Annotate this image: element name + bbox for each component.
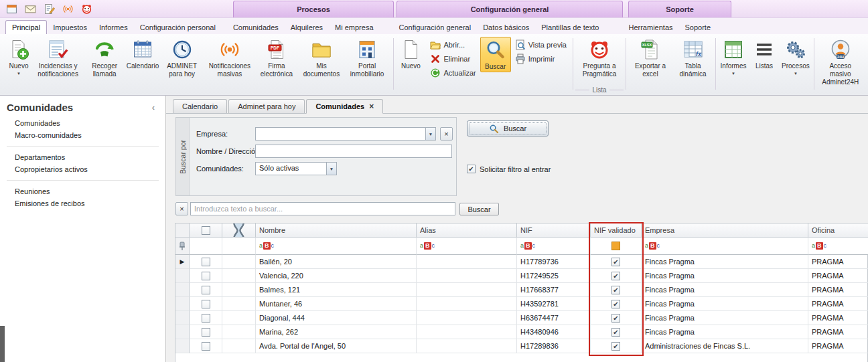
clear-empresa-button[interactable]: × — [440, 127, 453, 141]
app-window-icon-button[interactable] — [4, 1, 19, 16]
document-tab-adminet-para-hoy[interactable]: Adminet para hoy — [228, 99, 305, 113]
ribbon-tab-principal[interactable]: Principal — [5, 20, 47, 35]
abc-filter-type-icon[interactable]: aBc — [259, 242, 274, 250]
chevron-down-icon[interactable]: ▼ — [326, 163, 336, 175]
exportar-a-excel-button[interactable]: XLSXExportar a excel — [628, 37, 672, 79]
column-header-oficina[interactable]: Oficina — [808, 223, 868, 238]
collapsed-panel-strip[interactable] — [0, 326, 5, 362]
unchecked-checkbox[interactable] — [202, 272, 210, 280]
nuevo-button[interactable]: Nuevo — [395, 37, 426, 71]
cell-nif-validado[interactable]: ✔ — [591, 297, 642, 311]
broadcast-icon-button[interactable] — [60, 1, 75, 16]
chevron-down-icon[interactable]: ▼ — [425, 128, 435, 140]
checked-checkbox[interactable]: ✔ — [611, 314, 620, 323]
table-row[interactable]: Muntaner, 46H43592781✔Fincas PragmaPRAGM… — [175, 297, 867, 311]
unchecked-checkbox[interactable] — [202, 342, 210, 351]
table-row[interactable]: ▶Bailén, 20H17789736✔Fincas PragmaPRAGMA — [175, 255, 867, 269]
search-input[interactable] — [190, 202, 455, 215]
checked-checkbox[interactable]: ✔ — [611, 258, 620, 266]
solicitar-filtro-checkbox[interactable]: ✔ Solicitar filtro al entrar — [467, 165, 551, 173]
unchecked-checkbox[interactable] — [202, 328, 210, 337]
sidebar-item-reuniones[interactable]: Reuniones — [0, 185, 165, 197]
firma-electronica-button[interactable]: PDFFirma electrónica — [254, 37, 300, 79]
checked-checkbox[interactable]: ✔ — [611, 300, 620, 308]
listas-button[interactable]: Listas — [749, 37, 780, 71]
tabla-dinamica-button[interactable]: fxTabla dinámica — [672, 37, 713, 79]
abc-filter-type-icon[interactable]: aBc — [520, 242, 535, 250]
empresa-combo[interactable]: ▼ — [255, 127, 436, 141]
row-select-cell[interactable] — [190, 339, 222, 353]
ribbon-tab-alquileres[interactable]: Alquileres — [285, 21, 329, 34]
sidebar-item-copropietarios-activos[interactable]: Copropietarios activos — [0, 163, 165, 175]
row-select-cell[interactable] — [190, 325, 222, 339]
nombre-direccion-input[interactable] — [255, 145, 452, 158]
notes-icon-button[interactable] — [42, 1, 56, 16]
column-header-nombre[interactable]: Nombre — [256, 223, 417, 238]
actualizar-button[interactable]: Actualizar — [427, 67, 478, 79]
adminet-para-hoy-button[interactable]: ADMINET para hoy — [158, 37, 206, 79]
row-select-cell[interactable] — [190, 297, 222, 311]
pragmatica-face-icon-button[interactable] — [79, 1, 94, 16]
search-buscar-button[interactable]: Buscar — [459, 203, 499, 215]
row-select-cell[interactable] — [190, 269, 222, 283]
column-header-empresa[interactable]: Empresa — [642, 223, 808, 238]
checked-checkbox[interactable]: ✔ — [611, 328, 620, 337]
ribbon-tab-plantillas-de-texto[interactable]: Plantillas de texto — [535, 21, 605, 34]
buscar-button[interactable]: Buscar — [480, 37, 511, 72]
portal-inmobiliario-button[interactable]: Portal inmobiliario — [344, 37, 391, 79]
notificaciones-masivas-button[interactable]: Notificaciones masivas — [206, 37, 253, 79]
unchecked-checkbox[interactable] — [202, 314, 210, 323]
cell-nif-validado[interactable]: ✔ — [591, 311, 642, 325]
cell-nif-validado[interactable]: ✔ — [591, 255, 642, 269]
informes-button[interactable]: Informes▼ — [718, 37, 749, 76]
ribbon-tab-impuestos[interactable]: Impuestos — [47, 21, 93, 34]
ribbon-tab-configuracion-general[interactable]: Configuración general — [393, 21, 478, 34]
column-header-nif-validado[interactable]: NIF validado — [591, 223, 642, 238]
comunidades-combo[interactable]: Sólo activas ▼ — [255, 162, 337, 175]
mis-documentos-button[interactable]: Mis documentos — [299, 37, 343, 79]
abc-filter-type-icon[interactable]: aBc — [812, 242, 826, 250]
imprimir-button[interactable]: Imprimir — [512, 53, 569, 65]
acceso-masivo-adminet24h-button[interactable]: 24HAcceso masivo Adminet24H — [816, 37, 865, 86]
column-header-nif[interactable]: NIF — [517, 223, 591, 238]
sidebar-item-macro-comunidades[interactable]: Macro-comunidades — [0, 129, 165, 141]
incidencias-y-notificaciones-button[interactable]: Incidencias y notificaciones — [34, 37, 82, 79]
cell-nif-validado[interactable]: ✔ — [591, 325, 642, 339]
ribbon-tab-comunidades[interactable]: Comunidades — [227, 21, 285, 34]
procesos-button[interactable]: Procesos▼ — [780, 37, 812, 76]
table-row[interactable]: Balmes, 121H17668377✔Fincas PragmaPRAGMA — [175, 283, 867, 297]
eliminar-button[interactable]: Eliminar — [427, 53, 478, 65]
collapse-sidebar-icon[interactable]: ‹ — [148, 102, 159, 112]
ribbon-tab-mi-empresa[interactable]: Mi empresa — [329, 21, 379, 34]
table-row[interactable]: Marina, 262H43480946✔Fincas PragmaPRAGMA — [175, 325, 867, 339]
unchecked-checkbox[interactable] — [202, 300, 210, 308]
document-tab-comunidades[interactable]: Comunidades× — [306, 99, 383, 114]
ribbon-tab-herramientas[interactable]: Herramientas — [622, 21, 678, 34]
recoger-llamada-button[interactable]: Recoger llamada — [82, 37, 127, 79]
row-select-cell[interactable] — [190, 283, 222, 297]
unchecked-checkbox[interactable] — [202, 258, 210, 266]
ribbon-tab-configuracion-personal[interactable]: Configuración personal — [134, 21, 222, 34]
cell-nif-validado[interactable]: ✔ — [591, 283, 642, 297]
abc-filter-type-icon[interactable]: aBc — [420, 242, 435, 250]
close-tab-icon[interactable]: × — [369, 102, 374, 110]
select-all-checkbox-cell[interactable] — [190, 223, 222, 238]
calendario-button[interactable]: Calendario — [127, 37, 158, 71]
cell-nif-validado[interactable]: ✔ — [591, 339, 642, 353]
select-all-checkbox[interactable] — [202, 226, 210, 235]
sidebar-item-comunidades[interactable]: Comunidades — [0, 117, 165, 129]
pregunta-a-pragmatica-button[interactable]: Pregunta a Pragmática — [575, 37, 624, 79]
unchecked-checkbox[interactable] — [202, 286, 210, 294]
filter-checkbox-indeterminate[interactable] — [611, 242, 620, 250]
nif-validado-filter-cell[interactable] — [591, 238, 642, 255]
abc-filter-type-icon[interactable]: aBc — [645, 242, 660, 250]
abrir-button[interactable]: Abrir... — [427, 39, 478, 51]
mail-icon-button[interactable] — [23, 1, 38, 16]
ribbon-tab-informes[interactable]: Informes — [93, 21, 134, 34]
row-select-cell[interactable] — [190, 311, 222, 325]
clear-search-button[interactable]: × — [175, 202, 188, 215]
table-row[interactable]: Valencia, 220H17249525✔Fincas PragmaPRAG… — [175, 269, 867, 283]
table-row[interactable]: Avda. Portal de l'Angel, 50H17289836✔Adm… — [175, 339, 867, 353]
ribbon-tab-soporte[interactable]: Soporte — [679, 21, 717, 34]
row-select-cell[interactable] — [190, 255, 222, 269]
